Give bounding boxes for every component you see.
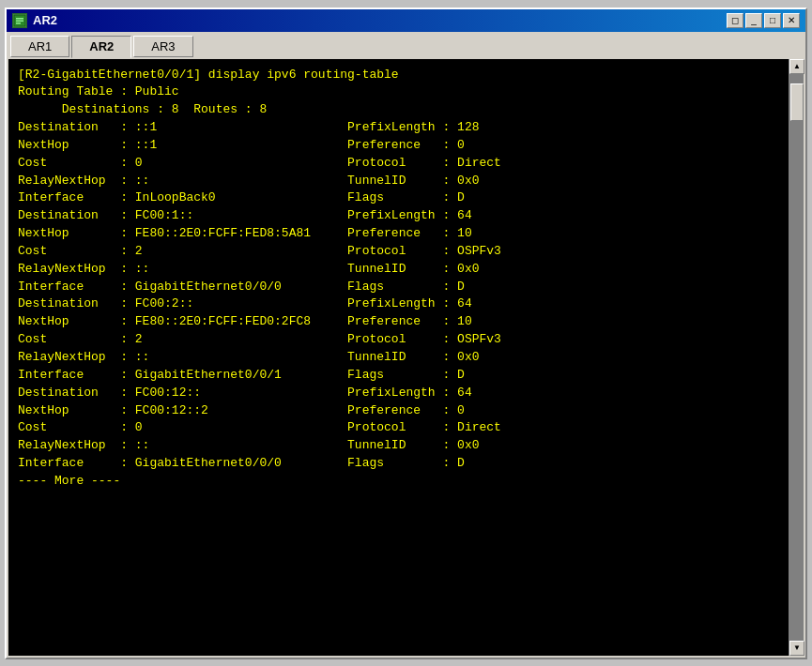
scroll-down-button[interactable]: ▼ (789, 641, 804, 656)
terminal-line: ---- More ---- (18, 473, 779, 491)
terminal-line: [R2-GigabitEthernet0/0/1] display ipv6 r… (18, 67, 779, 84)
title-bar: AR2 ◻ _ □ ✕ (7, 9, 805, 32)
terminal-line: Interface : GigabitEthernet0/0/0 Flags :… (18, 279, 779, 296)
terminal-line: RelayNextHop : :: TunnelID : 0x0 (18, 437, 779, 455)
tab-content-area: [R2-GigabitEthernet0/0/1] display ipv6 r… (7, 57, 805, 658)
terminal-line: Destination : FC00:12:: PrefixLength : 6… (18, 385, 779, 402)
terminal-line: RelayNextHop : :: TunnelID : 0x0 (18, 173, 779, 190)
terminal-line: Interface : GigabitEthernet0/0/1 Flags :… (18, 367, 779, 385)
title-bar-controls: ◻ _ □ ✕ (727, 13, 800, 28)
maximize-button[interactable]: □ (764, 13, 781, 28)
window-title: AR2 (33, 13, 57, 27)
terminal-content: [R2-GigabitEthernet0/0/1] display ipv6 r… (18, 67, 779, 648)
terminal[interactable]: [R2-GigabitEthernet0/0/1] display ipv6 r… (8, 59, 789, 656)
terminal-line: RelayNextHop : :: TunnelID : 0x0 (18, 261, 779, 279)
terminal-line: NextHop : FE80::2E0:FCFF:FED8:5A81 Prefe… (18, 225, 779, 243)
terminal-line: Interface : GigabitEthernet0/0/0 Flags :… (18, 455, 779, 473)
scroll-thumb[interactable] (790, 83, 804, 121)
terminal-line: Cost : 2 Protocol : OSPFv3 (18, 243, 779, 261)
scrollbar: ▲ ▼ (789, 59, 804, 656)
title-bar-left: AR2 (12, 13, 57, 28)
tab-ar1[interactable]: AR1 (10, 36, 69, 57)
tab-bar: AR1 AR2 AR3 (7, 32, 805, 57)
svg-rect-1 (16, 18, 23, 20)
terminal-line: NextHop : ::1 Preference : 0 (18, 137, 779, 155)
terminal-line: Destinations : 8 Routes : 8 (18, 101, 779, 119)
scroll-up-button[interactable]: ▲ (789, 59, 804, 74)
terminal-line: Cost : 0 Protocol : Direct (18, 155, 779, 173)
terminal-line: RelayNextHop : :: TunnelID : 0x0 (18, 349, 779, 367)
svg-rect-2 (16, 20, 23, 22)
terminal-line: Cost : 0 Protocol : Direct (18, 419, 779, 437)
scroll-track[interactable] (789, 74, 804, 641)
svg-rect-3 (16, 23, 21, 24)
terminal-line: Cost : 2 Protocol : OSPFv3 (18, 331, 779, 349)
restore-button[interactable]: ◻ (727, 13, 743, 28)
terminal-line: NextHop : FE80::2E0:FCFF:FED0:2FC8 Prefe… (18, 313, 779, 331)
terminal-line: Destination : FC00:1:: PrefixLength : 64 (18, 207, 779, 225)
terminal-line: Interface : InLoopBack0 Flags : D (18, 189, 779, 207)
minimize-button[interactable]: _ (745, 13, 762, 28)
terminal-line: NextHop : FC00:12::2 Preference : 0 (18, 402, 779, 420)
tab-ar3[interactable]: AR3 (133, 36, 192, 57)
close-button[interactable]: ✕ (783, 13, 800, 28)
terminal-line: Destination : ::1 PrefixLength : 128 (18, 119, 779, 137)
main-window: AR2 ◻ _ □ ✕ AR1 AR2 AR3 [R2-GigabitEther… (5, 8, 807, 659)
terminal-line: Destination : FC00:2:: PrefixLength : 64 (18, 295, 779, 313)
tab-ar2[interactable]: AR2 (71, 36, 131, 58)
terminal-line: Routing Table : Public (18, 83, 779, 101)
window-icon (12, 13, 27, 28)
